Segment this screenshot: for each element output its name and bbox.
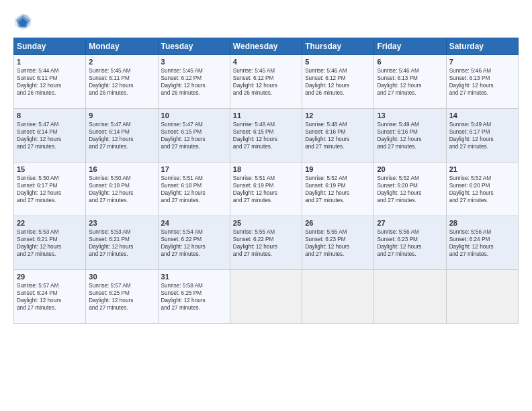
calendar-week-4: 29Sunrise: 5:57 AM Sunset: 6:24 PM Dayli… <box>14 270 519 324</box>
day-info: Sunrise: 5:55 AM Sunset: 6:23 PM Dayligh… <box>305 228 371 258</box>
day-info: Sunrise: 5:53 AM Sunset: 6:21 PM Dayligh… <box>89 228 154 258</box>
day-number: 27 <box>377 219 443 227</box>
day-info: Sunrise: 5:54 AM Sunset: 6:22 PM Dayligh… <box>161 228 227 258</box>
day-number: 28 <box>449 219 515 227</box>
logo <box>13 12 35 31</box>
day-number: 13 <box>377 111 443 120</box>
header <box>13 12 519 31</box>
calendar-day-16: 16Sunrise: 5:50 AM Sunset: 6:18 PM Dayli… <box>86 163 158 216</box>
day-info: Sunrise: 5:57 AM Sunset: 6:25 PM Dayligh… <box>89 282 154 312</box>
day-info: Sunrise: 5:46 AM Sunset: 6:13 PM Dayligh… <box>449 67 515 97</box>
day-number: 29 <box>17 273 83 281</box>
day-info: Sunrise: 5:46 AM Sunset: 6:12 PM Dayligh… <box>305 67 371 97</box>
calendar-week-1: 8Sunrise: 5:47 AM Sunset: 6:14 PM Daylig… <box>14 109 519 163</box>
day-number: 9 <box>89 111 154 120</box>
day-number: 22 <box>17 219 83 227</box>
day-info: Sunrise: 5:45 AM Sunset: 6:11 PM Dayligh… <box>89 67 154 97</box>
calendar-day-5: 5Sunrise: 5:46 AM Sunset: 6:12 PM Daylig… <box>302 55 374 109</box>
calendar-page: SundayMondayTuesdayWednesdayThursdayFrid… <box>0 0 532 411</box>
day-info: Sunrise: 5:47 AM Sunset: 6:15 PM Dayligh… <box>161 121 227 150</box>
day-info: Sunrise: 5:49 AM Sunset: 6:17 PM Dayligh… <box>449 121 515 150</box>
col-header-wednesday: Wednesday <box>230 38 302 55</box>
day-info: Sunrise: 5:50 AM Sunset: 6:17 PM Dayligh… <box>17 175 83 204</box>
calendar-day-empty <box>302 270 374 324</box>
calendar-day-13: 13Sunrise: 5:49 AM Sunset: 6:16 PM Dayli… <box>374 109 446 163</box>
day-number: 3 <box>161 58 227 66</box>
day-info: Sunrise: 5:48 AM Sunset: 6:16 PM Dayligh… <box>305 121 371 150</box>
day-info: Sunrise: 5:52 AM Sunset: 6:20 PM Dayligh… <box>377 175 443 204</box>
day-number: 12 <box>305 111 371 120</box>
calendar-day-10: 10Sunrise: 5:47 AM Sunset: 6:15 PM Dayli… <box>158 109 230 163</box>
calendar-day-7: 7Sunrise: 5:46 AM Sunset: 6:13 PM Daylig… <box>446 55 518 109</box>
calendar-day-3: 3Sunrise: 5:45 AM Sunset: 6:12 PM Daylig… <box>158 55 230 109</box>
day-info: Sunrise: 5:44 AM Sunset: 6:11 PM Dayligh… <box>17 67 83 97</box>
day-number: 21 <box>449 165 515 173</box>
day-number: 2 <box>89 58 154 66</box>
calendar-day-26: 26Sunrise: 5:55 AM Sunset: 6:23 PM Dayli… <box>302 216 374 270</box>
calendar-day-14: 14Sunrise: 5:49 AM Sunset: 6:17 PM Dayli… <box>446 109 518 163</box>
day-number: 15 <box>17 165 83 173</box>
day-info: Sunrise: 5:49 AM Sunset: 6:16 PM Dayligh… <box>377 121 443 150</box>
day-number: 5 <box>305 58 371 66</box>
calendar-day-19: 19Sunrise: 5:52 AM Sunset: 6:19 PM Dayli… <box>302 163 374 216</box>
calendar-day-8: 8Sunrise: 5:47 AM Sunset: 6:14 PM Daylig… <box>14 109 86 163</box>
day-info: Sunrise: 5:51 AM Sunset: 6:19 PM Dayligh… <box>233 175 299 204</box>
calendar-day-15: 15Sunrise: 5:50 AM Sunset: 6:17 PM Dayli… <box>14 163 86 216</box>
col-header-monday: Monday <box>86 38 158 55</box>
day-info: Sunrise: 5:58 AM Sunset: 6:25 PM Dayligh… <box>161 282 227 312</box>
day-info: Sunrise: 5:52 AM Sunset: 6:20 PM Dayligh… <box>449 175 515 204</box>
day-info: Sunrise: 5:45 AM Sunset: 6:12 PM Dayligh… <box>161 67 227 97</box>
day-info: Sunrise: 5:56 AM Sunset: 6:24 PM Dayligh… <box>449 228 515 258</box>
calendar-day-2: 2Sunrise: 5:45 AM Sunset: 6:11 PM Daylig… <box>86 55 158 109</box>
day-number: 16 <box>89 165 154 173</box>
calendar-day-27: 27Sunrise: 5:56 AM Sunset: 6:23 PM Dayli… <box>374 216 446 270</box>
col-header-thursday: Thursday <box>302 38 374 55</box>
calendar-day-1: 1Sunrise: 5:44 AM Sunset: 6:11 PM Daylig… <box>14 55 86 109</box>
day-number: 19 <box>305 165 371 173</box>
header-row: SundayMondayTuesdayWednesdayThursdayFrid… <box>14 38 519 55</box>
calendar-day-29: 29Sunrise: 5:57 AM Sunset: 6:24 PM Dayli… <box>14 270 86 324</box>
calendar-week-2: 15Sunrise: 5:50 AM Sunset: 6:17 PM Dayli… <box>14 163 519 216</box>
col-header-sunday: Sunday <box>14 38 86 55</box>
day-number: 23 <box>89 219 154 227</box>
day-number: 14 <box>449 111 515 120</box>
day-info: Sunrise: 5:46 AM Sunset: 6:13 PM Dayligh… <box>377 67 443 97</box>
day-number: 25 <box>233 219 299 227</box>
col-header-friday: Friday <box>374 38 446 55</box>
day-info: Sunrise: 5:52 AM Sunset: 6:19 PM Dayligh… <box>305 175 371 204</box>
calendar-day-4: 4Sunrise: 5:45 AM Sunset: 6:12 PM Daylig… <box>230 55 302 109</box>
calendar-day-22: 22Sunrise: 5:53 AM Sunset: 6:21 PM Dayli… <box>14 216 86 270</box>
day-number: 18 <box>233 165 299 173</box>
logo-icon <box>13 12 32 31</box>
day-number: 6 <box>377 58 443 66</box>
day-info: Sunrise: 5:57 AM Sunset: 6:24 PM Dayligh… <box>17 282 83 312</box>
calendar-day-17: 17Sunrise: 5:51 AM Sunset: 6:18 PM Dayli… <box>158 163 230 216</box>
calendar-day-6: 6Sunrise: 5:46 AM Sunset: 6:13 PM Daylig… <box>374 55 446 109</box>
day-number: 8 <box>17 111 83 120</box>
col-header-tuesday: Tuesday <box>158 38 230 55</box>
day-number: 4 <box>233 58 299 66</box>
day-info: Sunrise: 5:51 AM Sunset: 6:18 PM Dayligh… <box>161 175 227 204</box>
col-header-saturday: Saturday <box>446 38 518 55</box>
calendar-table: SundayMondayTuesdayWednesdayThursdayFrid… <box>13 38 519 324</box>
calendar-week-3: 22Sunrise: 5:53 AM Sunset: 6:21 PM Dayli… <box>14 216 519 270</box>
calendar-day-empty <box>374 270 446 324</box>
calendar-day-20: 20Sunrise: 5:52 AM Sunset: 6:20 PM Dayli… <box>374 163 446 216</box>
day-info: Sunrise: 5:50 AM Sunset: 6:18 PM Dayligh… <box>89 175 154 204</box>
calendar-day-31: 31Sunrise: 5:58 AM Sunset: 6:25 PM Dayli… <box>158 270 230 324</box>
day-info: Sunrise: 5:53 AM Sunset: 6:21 PM Dayligh… <box>17 228 83 258</box>
day-number: 11 <box>233 111 299 120</box>
day-number: 31 <box>161 273 227 281</box>
day-info: Sunrise: 5:56 AM Sunset: 6:23 PM Dayligh… <box>377 228 443 258</box>
day-number: 10 <box>161 111 227 120</box>
day-info: Sunrise: 5:55 AM Sunset: 6:22 PM Dayligh… <box>233 228 299 258</box>
day-info: Sunrise: 5:47 AM Sunset: 6:14 PM Dayligh… <box>89 121 154 150</box>
calendar-day-23: 23Sunrise: 5:53 AM Sunset: 6:21 PM Dayli… <box>86 216 158 270</box>
calendar-day-30: 30Sunrise: 5:57 AM Sunset: 6:25 PM Dayli… <box>86 270 158 324</box>
day-number: 17 <box>161 165 227 173</box>
day-number: 30 <box>89 273 154 281</box>
day-info: Sunrise: 5:45 AM Sunset: 6:12 PM Dayligh… <box>233 67 299 97</box>
calendar-day-25: 25Sunrise: 5:55 AM Sunset: 6:22 PM Dayli… <box>230 216 302 270</box>
calendar-day-empty <box>230 270 302 324</box>
calendar-day-18: 18Sunrise: 5:51 AM Sunset: 6:19 PM Dayli… <box>230 163 302 216</box>
